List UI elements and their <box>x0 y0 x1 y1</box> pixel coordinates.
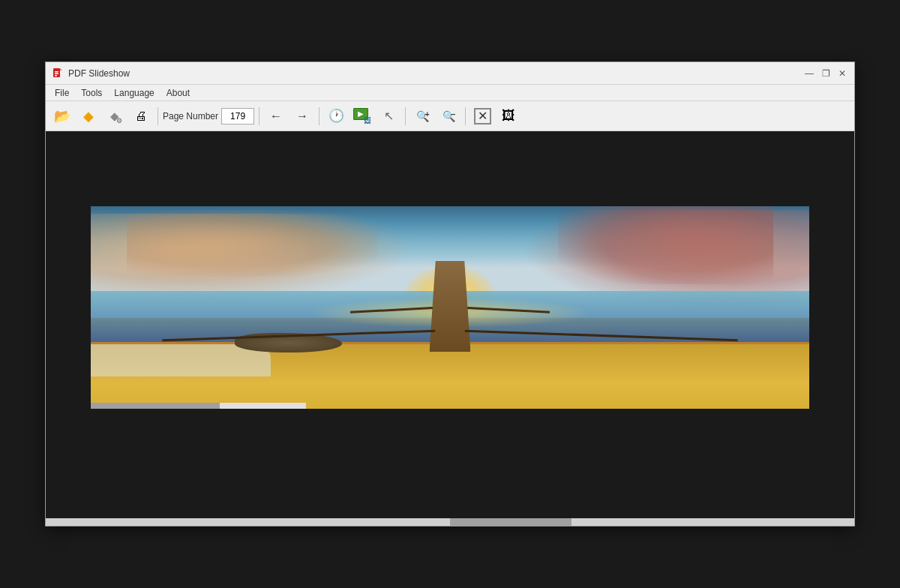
bottom-scrollbar-thumb[interactable] <box>450 518 572 526</box>
toolbar-separator-2 <box>259 107 260 125</box>
thumbnails-button[interactable]: 🖼 <box>496 105 520 128</box>
svg-rect-4 <box>55 75 57 76</box>
zoom-out-icon: 🔍− <box>442 110 455 122</box>
page-number-label: Page Number <box>163 111 218 122</box>
zoom-in-icon: 🔍+ <box>416 110 429 122</box>
clock-icon: 🕐 <box>328 108 344 124</box>
toolbar-separator-4 <box>405 107 406 125</box>
thumbnails-icon: 🖼 <box>502 108 515 124</box>
content-area <box>46 131 854 526</box>
toolbar-separator-3 <box>319 107 320 125</box>
pier <box>428 261 472 352</box>
menu-bar: File Tools Language About <box>46 85 854 101</box>
svg-marker-1 <box>60 68 62 70</box>
toolbar: 📂 ◆ ◆ ⚙ 🖨 Page Number ← <box>46 101 854 131</box>
prev-arrow-icon: ← <box>270 110 282 123</box>
cursor-icon: ↖ <box>384 109 394 123</box>
play-diamond-icon: ◆ <box>83 108 94 124</box>
print-button[interactable]: 🖨 <box>129 105 153 128</box>
image-scrollbar-thumb[interactable] <box>91 403 220 409</box>
zoom-in-button[interactable]: 🔍+ <box>410 105 434 128</box>
title-bar: PDF Slideshow — ❐ ✕ <box>46 62 854 85</box>
zoom-out-button[interactable]: 🔍− <box>436 105 460 128</box>
slideshow-play-icon: ▶ 🖼 <box>353 108 371 124</box>
svg-rect-2 <box>55 71 58 73</box>
window-controls: — ❐ ✕ <box>803 68 848 80</box>
menu-file[interactable]: File <box>49 86 75 100</box>
title-bar-left: PDF Slideshow <box>52 68 130 80</box>
toolbar-separator-1 <box>158 107 158 125</box>
cursor-tool-button[interactable]: ↖ <box>376 105 400 128</box>
restore-button[interactable]: ❐ <box>820 68 832 80</box>
cloud-layer-3 <box>558 206 773 284</box>
play-settings-button[interactable]: ◆ ⚙ <box>103 105 127 128</box>
play-settings-icon: ◆ ⚙ <box>110 110 119 123</box>
toolbar-separator-5 <box>465 107 466 125</box>
pier-walkway <box>430 261 471 352</box>
window-title: PDF Slideshow <box>68 68 130 79</box>
slideshow-image <box>91 206 809 409</box>
svg-rect-3 <box>55 73 58 74</box>
app-icon <box>52 68 64 80</box>
page-number-input[interactable] <box>221 108 254 124</box>
next-page-button[interactable]: → <box>290 105 314 128</box>
prev-page-button[interactable]: ← <box>264 105 288 128</box>
page-number-group: Page Number <box>163 108 254 124</box>
open-button[interactable]: 📂 <box>50 105 74 128</box>
close-button[interactable]: ✕ <box>836 68 848 80</box>
cloud-layer-2 <box>127 210 378 277</box>
slideshow-button[interactable]: ▶ 🖼 <box>350 105 374 128</box>
next-arrow-icon: → <box>296 110 308 123</box>
bottom-scrollbar[interactable] <box>46 518 854 526</box>
open-icon: 📂 <box>54 108 70 124</box>
main-window: PDF Slideshow — ❐ ✕ File Tools Language … <box>45 62 855 526</box>
print-icon: 🖨 <box>135 110 147 123</box>
stop-icon: ✕ <box>474 108 491 124</box>
timer-button[interactable]: 🕐 <box>324 105 348 128</box>
menu-about[interactable]: About <box>160 86 196 100</box>
minimize-button[interactable]: — <box>803 68 815 80</box>
menu-language[interactable]: Language <box>108 86 160 100</box>
play-button[interactable]: ◆ <box>76 105 100 128</box>
image-scrollbar[interactable] <box>91 403 306 409</box>
beach-section <box>91 344 809 409</box>
stop-button[interactable]: ✕ <box>470 105 494 128</box>
menu-tools[interactable]: Tools <box>75 86 108 100</box>
